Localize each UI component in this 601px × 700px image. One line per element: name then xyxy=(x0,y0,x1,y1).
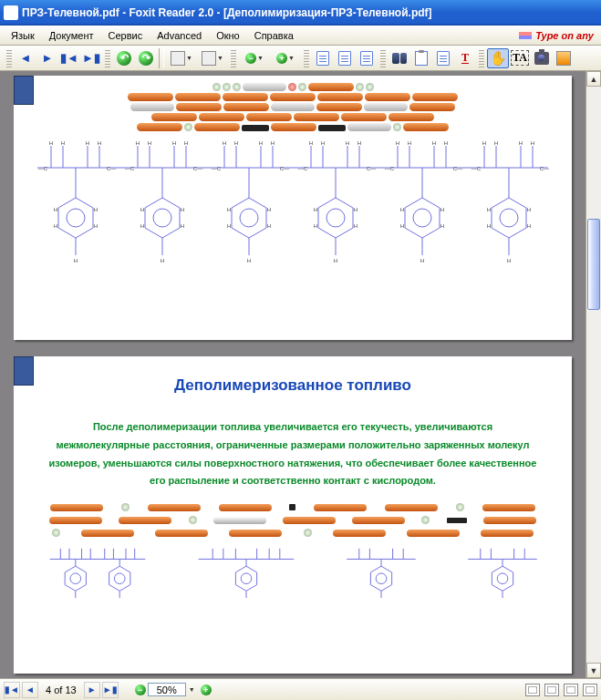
svg-text:H: H xyxy=(74,258,78,263)
scroll-thumb[interactable] xyxy=(587,219,600,310)
toolbar-grip-2[interactable] xyxy=(105,49,110,67)
document-viewport[interactable]: HHHH HHHH HHHH HHHH HHHH HHHH HHHHHH HHH… xyxy=(0,71,601,678)
svg-text:H: H xyxy=(531,140,534,146)
view-single-icon[interactable] xyxy=(525,684,540,696)
svg-marker-11 xyxy=(492,198,526,238)
polymer-brick-diagram xyxy=(119,83,466,131)
toolbar-grip-6[interactable] xyxy=(479,49,484,67)
select-text-button[interactable]: TA xyxy=(509,48,531,68)
svg-text:H: H xyxy=(267,207,271,212)
scroll-up-button[interactable]: ▲ xyxy=(586,71,601,87)
zoom-out-button[interactable]: −▼ xyxy=(239,48,270,68)
svg-text:—C: —C xyxy=(125,166,135,171)
form-button[interactable] xyxy=(432,48,454,68)
svg-text:H: H xyxy=(61,140,65,146)
binoculars-icon xyxy=(392,53,407,64)
actual-size-button[interactable] xyxy=(312,48,334,68)
zoom-dropdown-icon[interactable]: ▼ xyxy=(189,686,195,693)
svg-text:H: H xyxy=(94,223,98,229)
menu-help[interactable]: Справка xyxy=(247,28,301,43)
page-total: 13 xyxy=(65,685,76,695)
typeon-banner[interactable]: Type on any xyxy=(519,30,597,41)
typewriter-button[interactable]: T xyxy=(454,48,476,68)
view-facing-icon[interactable] xyxy=(564,684,578,696)
toolbar-grip-4[interactable] xyxy=(304,49,309,67)
page-current: 4 xyxy=(46,685,51,695)
first-page-nav[interactable]: ▮◄ xyxy=(4,682,20,698)
prev-page-button[interactable]: ◄ xyxy=(15,48,36,68)
scroll-track[interactable] xyxy=(586,87,601,663)
find-button[interactable] xyxy=(389,48,410,68)
zoom-out-status[interactable]: − xyxy=(135,685,146,695)
fit-width-icon xyxy=(360,51,373,66)
view-continuous-icon[interactable] xyxy=(544,684,559,696)
pdf-page-3: HHHH HHHH HHHH HHHH HHHH HHHH HHHHHH HHH… xyxy=(14,76,572,340)
toolbar-grip-3[interactable] xyxy=(231,49,236,67)
svg-text:H: H xyxy=(487,207,491,212)
svg-point-4 xyxy=(153,209,171,227)
toolbar-grip[interactable] xyxy=(6,49,12,67)
svg-text:H: H xyxy=(259,140,263,146)
svg-marker-118 xyxy=(109,566,130,591)
svg-text:H: H xyxy=(184,140,188,146)
first-page-button[interactable]: ▮◄ xyxy=(58,48,80,68)
last-page-button[interactable]: ►▮ xyxy=(80,48,102,68)
vertical-scrollbar[interactable]: ▲ ▼ xyxy=(585,71,601,678)
undo-button[interactable]: ▼ xyxy=(197,48,228,68)
clipboard-button[interactable] xyxy=(410,48,432,68)
fit-width-button[interactable] xyxy=(356,48,378,68)
svg-text:C—: C— xyxy=(540,166,549,171)
nav-fwd-button[interactable]: ↷ xyxy=(135,48,157,68)
fit-page-button[interactable] xyxy=(334,48,356,68)
scroll-down-button[interactable]: ▼ xyxy=(586,663,601,678)
next-page-button[interactable]: ► xyxy=(36,48,58,68)
page-tab[interactable] xyxy=(14,356,34,386)
toolbar-grip-5[interactable] xyxy=(380,49,386,67)
misc-icon xyxy=(556,51,571,66)
svg-text:H: H xyxy=(357,140,361,146)
svg-text:—C: —C xyxy=(38,166,48,171)
page-tab[interactable] xyxy=(14,76,34,105)
rotate-button[interactable]: ▼ xyxy=(166,48,197,68)
hand-icon: ✋ xyxy=(490,50,507,67)
svg-text:C—: C— xyxy=(367,166,376,171)
clipboard-icon xyxy=(415,51,428,66)
prev-page-nav[interactable]: ◄ xyxy=(22,682,38,698)
misc-button[interactable] xyxy=(553,48,575,68)
last-page-nav[interactable]: ►▮ xyxy=(102,682,119,698)
nav-back-button[interactable]: ↶ xyxy=(113,48,135,68)
svg-text:H: H xyxy=(247,258,251,263)
menu-window[interactable]: Окно xyxy=(209,28,247,43)
view-cont-facing-icon[interactable] xyxy=(583,684,597,696)
snapshot-button[interactable] xyxy=(531,48,553,68)
molecule-svg: HHHH HHHH HHHH HHHH HHHH HHHH HHHHHH HHH… xyxy=(33,140,553,277)
svg-text:H: H xyxy=(54,207,57,212)
svg-text:C—: C— xyxy=(193,166,202,171)
svg-text:H: H xyxy=(314,223,317,229)
svg-point-117 xyxy=(69,573,80,584)
form-icon xyxy=(437,51,450,66)
menu-advanced[interactable]: Advanced xyxy=(150,28,209,43)
svg-text:H: H xyxy=(321,140,325,146)
zoom-in-button[interactable]: +▼ xyxy=(270,48,301,68)
svg-point-2 xyxy=(67,209,85,227)
svg-text:H: H xyxy=(271,140,275,146)
svg-text:H: H xyxy=(54,223,57,229)
svg-marker-1 xyxy=(58,198,93,238)
zoom-in-status[interactable]: + xyxy=(201,685,212,695)
svg-text:H: H xyxy=(136,140,140,146)
next-page-nav[interactable]: ► xyxy=(84,682,100,698)
svg-text:H: H xyxy=(161,258,164,263)
svg-text:H: H xyxy=(223,140,226,146)
hand-tool-button[interactable]: ✋ xyxy=(487,48,509,68)
svg-text:H: H xyxy=(420,258,424,263)
menu-lang[interactable]: Язык xyxy=(4,28,42,43)
dropdown-icon: ▼ xyxy=(217,55,223,61)
dropdown-icon: ▼ xyxy=(257,55,264,61)
svg-text:H: H xyxy=(354,223,357,229)
menu-service[interactable]: Сервис xyxy=(101,28,150,43)
zoom-input[interactable] xyxy=(148,683,186,696)
svg-point-154 xyxy=(497,573,508,584)
menu-document[interactable]: Документ xyxy=(42,28,101,43)
svg-point-10 xyxy=(413,209,431,227)
